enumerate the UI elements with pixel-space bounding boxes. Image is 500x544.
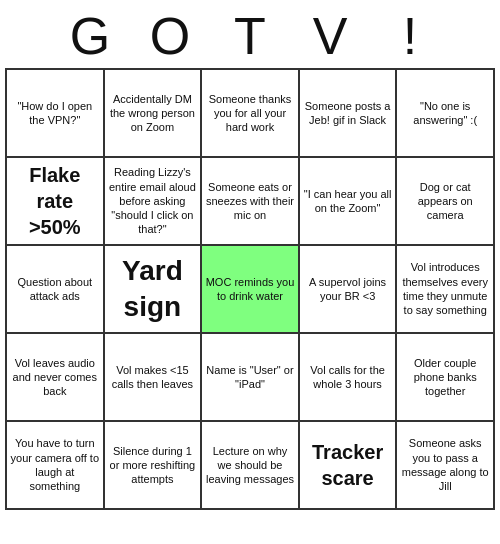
cell-text-4: "No one is answering" :( [400,99,490,128]
cell-19: Older couple phone banks together [397,334,495,422]
cell-13: A supervol joins your BR <3 [300,246,398,334]
cell-23: Tracker scare [300,422,398,510]
cell-17: Name is "User" or "iPad" [202,334,300,422]
cell-21: Silence during 1 or more reshifting atte… [105,422,203,510]
cell-15: Vol leaves audio and never comes back [7,334,105,422]
cell-text-2: Someone thanks you for all your hard wor… [205,92,295,135]
cell-18: Vol calls for the whole 3 hours [300,334,398,422]
cell-text-8: "I can hear you all on the Zoom" [303,187,393,216]
cell-text-14: Vol introduces themselves every time the… [400,260,490,317]
cell-6: Reading Lizzy's entire email aloud befor… [105,158,203,246]
cell-text-6: Reading Lizzy's entire email aloud befor… [108,165,198,236]
cell-1: Accidentally DM the wrong person on Zoom [105,70,203,158]
cell-10: Question about attack ads [7,246,105,334]
cell-9: Dog or cat appears on camera [397,158,495,246]
title-letter-!: ! [370,10,450,62]
cell-text-0: "How do I open the VPN?" [10,99,100,128]
cell-text-3: Someone posts a Jeb! gif in Slack [303,99,393,128]
title-letter-G: G [50,10,130,62]
cell-22: Lecture on why we should be leaving mess… [202,422,300,510]
title-letter-T: T [210,10,290,62]
cell-text-24: Someone asks you to pass a message along… [400,436,490,493]
cell-24: Someone asks you to pass a message along… [397,422,495,510]
title-row: GOTV! [0,0,500,68]
cell-text-7: Someone eats or sneezes with their mic o… [205,180,295,223]
title-letter-O: O [130,10,210,62]
cell-text-15: Vol leaves audio and never comes back [10,356,100,399]
cell-text-23: Tracker scare [303,439,393,491]
cell-0: "How do I open the VPN?" [7,70,105,158]
cell-text-22: Lecture on why we should be leaving mess… [205,444,295,487]
cell-2: Someone thanks you for all your hard wor… [202,70,300,158]
cell-8: "I can hear you all on the Zoom" [300,158,398,246]
cell-text-1: Accidentally DM the wrong person on Zoom [108,92,198,135]
cell-text-17: Name is "User" or "iPad" [205,363,295,392]
cell-3: Someone posts a Jeb! gif in Slack [300,70,398,158]
cell-20: You have to turn your camera off to laug… [7,422,105,510]
cell-text-5: Flake rate >50% [10,162,100,240]
cell-text-10: Question about attack ads [10,275,100,304]
bingo-grid: "How do I open the VPN?"Accidentally DM … [5,68,495,510]
cell-16: Vol makes <15 calls then leaves [105,334,203,422]
cell-text-9: Dog or cat appears on camera [400,180,490,223]
cell-text-21: Silence during 1 or more reshifting atte… [108,444,198,487]
cell-12: MOC reminds you to drink water [202,246,300,334]
cell-text-13: A supervol joins your BR <3 [303,275,393,304]
title-letter-V: V [290,10,370,62]
cell-text-12: MOC reminds you to drink water [205,275,295,304]
cell-14: Vol introduces themselves every time the… [397,246,495,334]
cell-text-18: Vol calls for the whole 3 hours [303,363,393,392]
cell-4: "No one is answering" :( [397,70,495,158]
cell-text-19: Older couple phone banks together [400,356,490,399]
cell-text-20: You have to turn your camera off to laug… [10,436,100,493]
cell-text-16: Vol makes <15 calls then leaves [108,363,198,392]
cell-text-11: Yard sign [108,253,198,326]
cell-5: Flake rate >50% [7,158,105,246]
cell-11: Yard sign [105,246,203,334]
cell-7: Someone eats or sneezes with their mic o… [202,158,300,246]
